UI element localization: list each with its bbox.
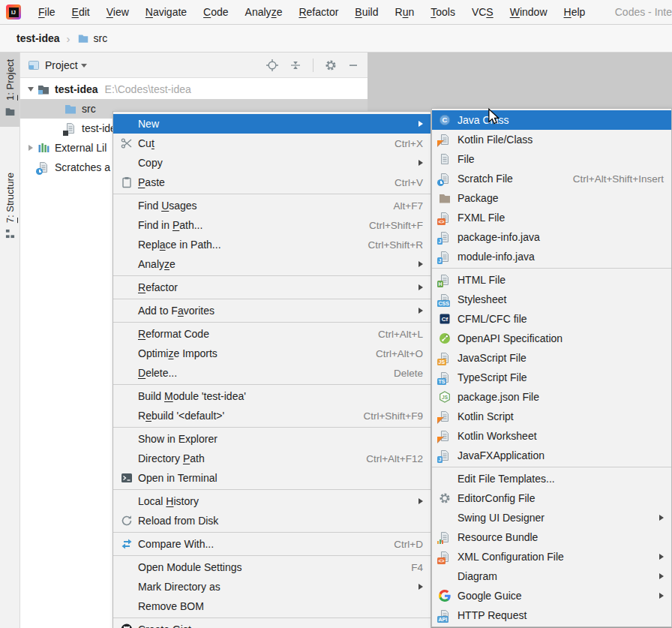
menu-item-package[interactable]: Package	[432, 188, 671, 208]
menu-item-typescript-file[interactable]: TSTypeScript File	[432, 368, 671, 387]
menubar-item-file[interactable]: File	[30, 0, 64, 24]
menubar-item-refactor[interactable]: Refactor	[290, 0, 346, 24]
menu-item-refactor[interactable]: Refactor	[113, 278, 430, 297]
menu-item-resource-bundle[interactable]: Resource Bundle	[432, 527, 671, 547]
menubar-item-run[interactable]: Run	[387, 0, 423, 24]
menu-icon-spacer	[438, 569, 452, 583]
menu-item-google-guice[interactable]: Google Guice	[432, 586, 671, 605]
iml-file-icon	[64, 122, 77, 135]
menu-item-delete[interactable]: Delete...Delete	[113, 363, 430, 383]
menu-item-remove-bom[interactable]: Remove BOM	[113, 596, 430, 616]
settings-icon[interactable]	[325, 59, 337, 71]
tree-expander-closed-icon[interactable]	[25, 145, 37, 151]
breadcrumb-project[interactable]: test-idea	[16, 32, 60, 44]
menubar-item-help[interactable]: Help	[556, 0, 594, 24]
stripe-tab-project[interactable]: 1: Project	[0, 53, 20, 127]
menu-item-rebuild-default[interactable]: Rebuild '<default>'Ctrl+Shift+F9	[113, 406, 430, 425]
menu-item-module-info-java[interactable]: Jmodule-info.java	[432, 247, 671, 266]
menu-item-javascript-file[interactable]: JSJavaScript File	[432, 348, 671, 368]
cut-icon	[119, 137, 134, 150]
chevron-down-icon[interactable]	[81, 64, 87, 68]
hide-icon[interactable]	[348, 60, 358, 71]
menu-item-show-in-explorer[interactable]: Show in Explorer	[113, 429, 430, 449]
menu-item-find-usages[interactable]: Find UsagesAlt+F7	[113, 196, 430, 215]
menu-item-kotlin-script[interactable]: Kotlin Script	[432, 407, 671, 426]
menu-item-package-json-file[interactable]: JSpackage.json File	[432, 387, 671, 407]
menu-item-scratch-file[interactable]: Scratch FileCtrl+Alt+Shift+Insert	[432, 169, 671, 188]
menubar-item-edit[interactable]: Edit	[64, 0, 98, 24]
nodejs-icon: JS	[438, 390, 452, 404]
submenu-arrow-icon	[418, 121, 423, 127]
menu-item-swing-ui-designer[interactable]: Swing UI Designer	[432, 508, 671, 527]
menu-item-label: Reload from Disk	[138, 515, 218, 527]
menu-item-stylesheet[interactable]: CSSStylesheet	[432, 290, 671, 309]
submenu-arrow-icon	[418, 261, 423, 267]
submenu-arrow-icon	[659, 515, 664, 521]
menu-item-reload-from-disk[interactable]: Reload from Disk	[113, 511, 430, 530]
menu-item-html-file[interactable]: HHTML File	[432, 270, 671, 290]
gear-icon	[438, 491, 452, 505]
menu-item-label: Find in Path...	[138, 219, 202, 231]
svg-text:C: C	[442, 116, 448, 124]
menu-item-shortcut: Delete	[373, 368, 423, 379]
stripe-tab-structure[interactable]: 7: Structure	[0, 166, 20, 248]
menu-separator	[113, 299, 430, 299]
menubar-item-view[interactable]: View	[98, 0, 137, 24]
menu-item-new[interactable]: New	[113, 114, 430, 134]
menu-item-paste[interactable]: PasteCtrl+V	[113, 173, 430, 192]
menu-item-fxml-file[interactable]: <>FXML File	[432, 208, 671, 227]
tree-expander-open-icon[interactable]	[25, 87, 37, 92]
menu-icon-spacer	[119, 494, 134, 508]
collapse-all-icon[interactable]	[290, 59, 302, 71]
menu-item-kotlin-worksheet[interactable]: Kotlin Worksheet	[432, 426, 671, 446]
menu-item-javafxapplication[interactable]: JJavaFXApplication	[432, 446, 671, 465]
menu-item-analyze[interactable]: Analyze	[113, 254, 430, 274]
menu-item-find-in-path[interactable]: Find in Path...Ctrl+Shift+F	[113, 215, 430, 235]
menu-item-directory-path[interactable]: Directory PathCtrl+Alt+F12	[113, 449, 430, 468]
menu-item-optimize-imports[interactable]: Optimize ImportsCtrl+Alt+O	[113, 344, 430, 363]
menu-item-build-module-test-idea[interactable]: Build Module 'test-idea'	[113, 386, 430, 406]
menu-item-shortcut: Alt+F7	[373, 200, 423, 212]
menu-item-copy[interactable]: Copy	[113, 153, 430, 173]
menubar-item-window[interactable]: Window	[502, 0, 556, 24]
cf-icon: Cf	[438, 312, 452, 326]
menu-item-label: HTTP Request	[458, 609, 526, 621]
menu-item-package-info-java[interactable]: Jpackage-info.java	[432, 227, 671, 247]
menu-item-openapi-specification[interactable]: OpenAPI Specification	[432, 329, 671, 348]
menu-item-kotlin-file-class[interactable]: Kotlin File/Class	[432, 130, 671, 149]
menu-item-edit-file-templates[interactable]: Edit File Templates...	[432, 469, 671, 488]
menu-item-mark-directory-as[interactable]: Mark Directory as	[113, 577, 430, 596]
menu-item-shortcut: Ctrl+Shift+F	[348, 220, 423, 231]
panel-title[interactable]: Project	[45, 59, 78, 71]
menu-item-label: Rebuild '<default>'	[138, 410, 224, 422]
menu-item-replace-in-path[interactable]: Replace in Path...Ctrl+Shift+R	[113, 235, 430, 254]
menubar-item-tools[interactable]: Tools	[422, 0, 464, 24]
menu-item-reformat-code[interactable]: Reformat CodeCtrl+Alt+L	[113, 324, 430, 344]
menubar-item-code[interactable]: Code	[195, 0, 236, 24]
tree-node-label: test-ide	[82, 122, 116, 134]
menu-item-add-to-favorites[interactable]: Add to Favorites	[113, 301, 430, 320]
menu-item-label: JavaScript File	[458, 352, 526, 364]
menubar-item-navigate[interactable]: Navigate	[137, 0, 195, 24]
menu-item-editorconfig-file[interactable]: EditorConfig File	[432, 488, 671, 508]
menu-item-java-class[interactable]: CJava Class	[432, 110, 671, 130]
tree-row-test-idea[interactable]: test-ideaE:\Codes\test-idea	[20, 80, 368, 99]
menu-item-local-history[interactable]: Local History	[113, 491, 430, 511]
menu-item-xml-configuration-file[interactable]: <>XML Configuration File	[432, 547, 671, 566]
tree-node-path: E:\Codes\test-idea	[105, 83, 191, 95]
menu-item-create-gist[interactable]: Create Gist...	[113, 620, 430, 628]
menu-icon-spacer	[119, 432, 134, 446]
breadcrumb-folder[interactable]: src	[94, 32, 108, 44]
menubar-item-build[interactable]: Build	[346, 0, 386, 24]
menu-item-open-in-terminal[interactable]: Open in Terminal	[113, 468, 430, 488]
menu-item-compare-with[interactable]: Compare With...Ctrl+D	[113, 534, 430, 554]
menu-item-cfml-cfc-file[interactable]: CfCFML/CFC file	[432, 309, 671, 329]
menu-item-cut[interactable]: CutCtrl+X	[113, 134, 430, 153]
menubar-item-analyze[interactable]: Analyze	[237, 0, 291, 24]
menubar-item-vcs[interactable]: VCS	[464, 0, 502, 24]
menu-item-http-request[interactable]: APIHTTP Request	[432, 605, 671, 625]
menu-item-diagram[interactable]: Diagram	[432, 566, 671, 586]
menu-item-open-module-settings[interactable]: Open Module SettingsF4	[113, 557, 430, 577]
locate-icon[interactable]	[266, 59, 278, 71]
menu-item-file[interactable]: File	[432, 149, 671, 169]
